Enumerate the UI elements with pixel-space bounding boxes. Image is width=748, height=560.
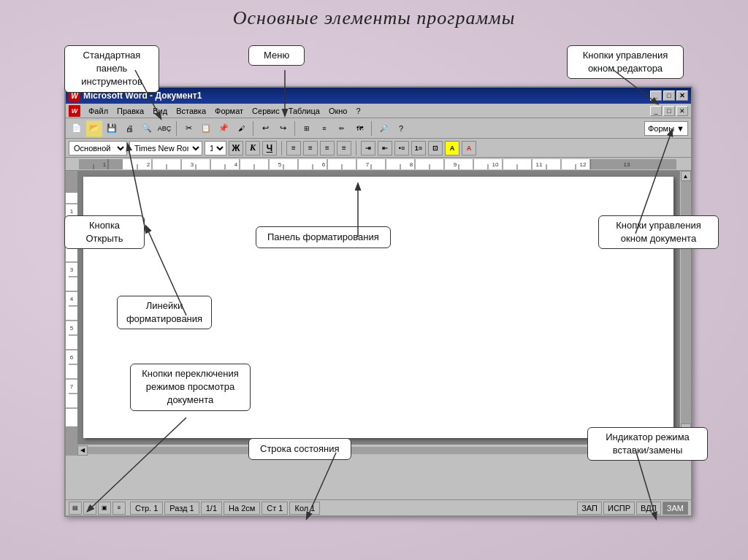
bubble-standard-toolbar: Стандартная панель инструментов [64,45,159,93]
svg-text:1: 1 [103,161,107,168]
svg-rect-0 [79,159,123,169]
bubble-doc-controls: Кнопки управления окном документа [598,215,719,249]
outline-view-btn[interactable]: ≡ [112,502,126,515]
open-btn[interactable]: 📂 [86,120,102,137]
border-btn[interactable]: ⊡ [428,141,443,156]
svg-text:11: 11 [536,161,543,168]
title-bar: W Microsoft Word - Документ1 _ □ ✕ [66,88,691,104]
close-editor-btn[interactable]: ✕ [676,91,688,101]
scroll-left-btn[interactable]: ◀ [77,445,88,456]
forms-select[interactable]: Формы ▼ [644,121,688,136]
menu-format[interactable]: Формат [211,106,247,116]
vertical-scrollbar[interactable]: ▲ ▼ ▲ ▼ [679,171,691,456]
menu-bar: W Файл Правка Вид Вставка Формат Сервис … [66,104,691,118]
horizontal-scrollbar[interactable]: ◀ ▶ [77,444,668,456]
revision-mode[interactable]: ИСПР [603,502,635,515]
select-mode[interactable]: ВДЛ [636,502,661,515]
svg-text:3: 3 [70,266,74,273]
new-doc-btn[interactable]: 📄 [69,120,85,137]
record-mode[interactable]: ЗАП [577,502,602,515]
close-doc-btn[interactable]: ✕ [676,106,688,116]
position: На 2см [224,502,260,515]
redo-btn[interactable]: ↪ [275,120,291,137]
svg-text:13: 13 [624,161,630,168]
svg-text:10: 10 [492,161,499,168]
bubble-format-panel: Панель форматирования [256,226,391,248]
web-view-btn[interactable]: ⊕ [83,502,96,515]
bubble-view-buttons: Кнопки переключения режимов просмотра до… [130,364,251,411]
menu-view[interactable]: Вид [149,106,171,116]
font-select[interactable]: Times New Roman [129,141,202,156]
cut-btn[interactable]: ✂ [180,120,196,137]
outdent-btn[interactable]: ⇤ [378,141,392,156]
italic-btn[interactable]: К [245,141,260,156]
svg-rect-2 [590,159,676,169]
help-btn[interactable]: ? [393,120,409,137]
menu-service[interactable]: Сервис [248,106,283,116]
col-number: Кол 1 [289,502,320,515]
save-btn[interactable]: 💾 [104,120,120,137]
map-btn[interactable]: 🗺 [351,120,367,137]
copy-btn[interactable]: 📋 [198,120,214,137]
bubble-open-btn: Кнопка Открыть [64,215,145,249]
title-bar-text: Microsoft Word - Документ1 [83,91,650,101]
fmt-sep2 [356,141,356,156]
mode-indicators: ЗАП ИСПР ВДЛ ЗАМ [577,502,688,515]
fontcolor-btn[interactable]: A [462,141,476,156]
columns-btn[interactable]: ≡ [316,120,332,137]
menu-help[interactable]: ? [352,106,364,116]
preview-btn[interactable]: 🔍 [139,120,155,137]
print-btn[interactable]: 🖨 [121,120,137,137]
table-btn[interactable]: ⊞ [299,120,315,137]
bubble-menu: Меню [248,45,305,66]
menu-edit[interactable]: Правка [113,106,148,116]
maximize-editor-btn[interactable]: □ [663,91,675,101]
menu-file[interactable]: Файл [85,106,112,116]
svg-text:6: 6 [70,354,74,361]
format-toolbar: Основной текст Times New Roman 12 Ж К Ч … [66,139,691,158]
svg-rect-50 [66,171,77,193]
normal-view-btn[interactable]: ▤ [69,502,82,515]
bold-btn[interactable]: Ж [229,141,243,156]
drawing-btn[interactable]: ✏ [334,120,350,137]
svg-rect-52 [66,426,77,456]
numbers-btn[interactable]: 1≡ [411,141,426,156]
bubble-status-bar: Строка состояния [248,438,351,460]
size-select[interactable]: 12 [205,141,226,156]
style-select[interactable]: Основной текст [69,141,127,156]
minimize-doc-btn[interactable]: _ [650,106,662,116]
spell-btn[interactable]: ABÇ [156,120,172,137]
minimize-editor-btn[interactable]: _ [650,91,662,101]
align-center-btn[interactable]: ≡ [303,141,318,156]
align-justify-btn[interactable]: ≡ [337,141,351,156]
scroll-up-btn[interactable]: ▲ [681,171,691,181]
print-view-btn[interactable]: ▣ [98,502,111,515]
svg-text:7: 7 [366,161,370,168]
maximize-doc-btn[interactable]: □ [663,106,675,116]
align-left-btn[interactable]: ≡ [286,141,301,156]
fmt-sep1 [281,141,282,156]
doc-window-controls[interactable]: _ □ ✕ [650,106,688,116]
ruler-scale: 1 2 3 4 5 6 7 8 9 10 11 12 13 [79,159,676,169]
align-right-btn[interactable]: ≡ [320,141,335,156]
bubble-insert-mode: Индикатор режима вставки/замены [587,427,708,461]
svg-text:4: 4 [70,296,74,302]
menu-insert[interactable]: Вставка [172,106,210,116]
underline-btn[interactable]: Ч [262,141,277,156]
menu-window[interactable]: Окно [325,106,351,116]
standard-toolbar: 📄 📂 💾 🖨 🔍 ABÇ ✂ 📋 📌 🖌 ↩ ↪ ⊞ ≡ ✏ 🗺 🔎 ? Фо… [66,118,691,139]
replace-mode[interactable]: ЗАМ [663,502,688,515]
format-painter-btn[interactable]: 🖌 [233,120,249,137]
sep4 [371,121,372,136]
zoom-btn[interactable]: 🔎 [375,120,392,137]
view-mode-buttons[interactable]: ▤ ⊕ ▣ ≡ [69,502,126,515]
menu-table[interactable]: Таблица [285,106,324,116]
paste-btn[interactable]: 📌 [215,120,232,137]
svg-text:4: 4 [234,161,238,168]
indent-btn[interactable]: ⇥ [361,141,375,156]
highlight-btn[interactable]: A [445,141,459,156]
bullets-btn[interactable]: •≡ [394,141,409,156]
undo-btn[interactable]: ↩ [257,120,273,137]
editor-window-controls[interactable]: _ □ ✕ [650,91,688,101]
ruler-vertical: 1 2 3 4 5 6 7 [66,171,77,456]
